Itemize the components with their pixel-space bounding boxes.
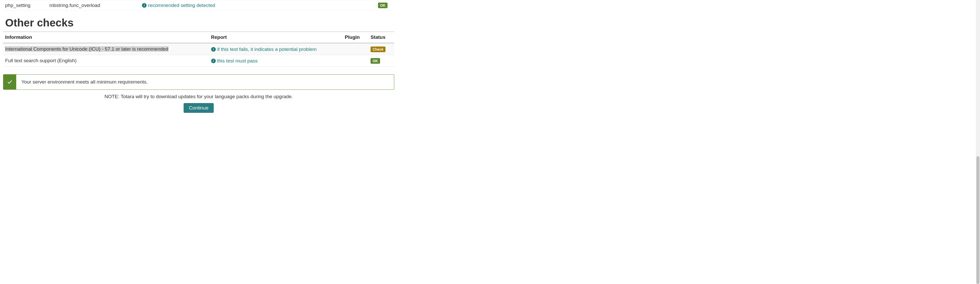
upgrade-note: NOTE: Totara will try to download update… [3,94,394,100]
other-checks-table: Information Report Plugin Status Interna… [3,32,394,67]
status-badge: OK [378,3,388,8]
alert-message: Your server environment meets all minimu… [16,75,153,89]
cell-report[interactable]: ithis test must pass [209,55,343,67]
setting-report[interactable]: i recommended setting detected [142,3,371,8]
success-alert: Your server environment meets all minimu… [3,74,394,90]
cell-report[interactable]: iif this test fails, it indicates a pote… [209,43,343,55]
col-header-information: Information [3,32,209,43]
setting-name: mbstring.func_overload [49,3,142,8]
cell-plugin [343,55,369,67]
cell-information: International Components for Unicode (IC… [3,43,209,55]
check-icon [3,75,16,89]
cell-information: Full text search support (English) [3,55,209,67]
report-text: this test must pass [217,58,258,64]
table-header-row: Information Report Plugin Status [3,32,394,43]
setting-report-text: recommended setting detected [148,3,215,8]
php-setting-row: php_setting mbstring.func_overload i rec… [3,0,394,11]
cell-plugin [343,43,369,55]
info-icon: i [211,59,216,63]
vertical-scrollbar[interactable] [976,0,980,113]
section-heading-other-checks: Other checks [5,17,394,29]
info-icon: i [142,3,146,8]
cell-status: OK [369,55,394,67]
report-text: if this test fails, it indicates a poten… [217,46,317,52]
setting-type: php_setting [3,3,49,8]
col-header-report: Report [209,32,343,43]
info-icon: i [211,47,216,52]
col-header-status: Status [369,32,394,43]
setting-status-cell: OK [371,2,394,8]
page-content: php_setting mbstring.func_overload i rec… [0,0,397,113]
status-badge: Check [371,46,385,52]
status-badge: OK [371,58,380,64]
col-header-plugin: Plugin [343,32,369,43]
continue-button[interactable]: Continue [184,103,213,113]
table-row: Full text search support (English)ithis … [3,55,394,67]
highlighted-text: International Components for Unicode (IC… [5,46,169,52]
table-row: International Components for Unicode (IC… [3,43,394,55]
cell-status: Check [369,43,394,55]
